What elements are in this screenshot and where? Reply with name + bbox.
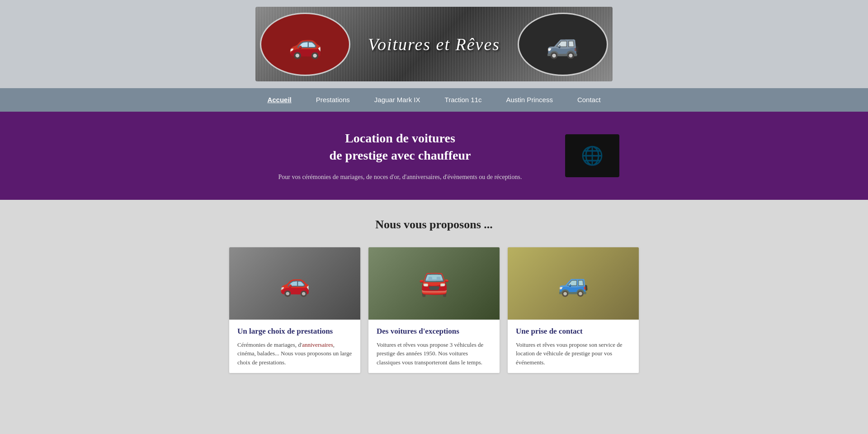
hero-text: Location de voituresde prestige avec cha… [249,130,552,182]
hero-content: Location de voituresde prestige avec cha… [231,130,637,182]
card-text-voitures: Voitures et rêves vous propose 3 véhicul… [377,340,491,367]
nav-link-austin[interactable]: Austin Princess [505,94,554,106]
hero-image-icon: 🌐 [581,145,604,166]
cards-container: 🚗 Un large choix de prestations Cérémoni… [140,247,728,373]
card-text-contact: Voitures et rêves vous propose son servi… [516,340,631,367]
nav-item-jaguar[interactable]: Jaguar Mark IX [373,96,421,104]
hero-image: 🌐 [565,134,619,177]
section-title: Nous vous proposons ... [0,218,868,231]
nav-link-contact[interactable]: Contact [576,94,602,106]
hero-section: Location de voituresde prestige avec cha… [0,112,868,200]
traction-icon: 🚗 [279,269,311,298]
hero-title: Location de voituresde prestige avec cha… [249,130,552,164]
nav-link-prestations[interactable]: Prestations [315,94,351,106]
card-image-jaguar: 🚘 [368,247,500,320]
hero-subtitle: Pour vos cérémonies de mariages, de noce… [249,172,552,182]
nav-item-austin[interactable]: Austin Princess [505,96,554,104]
card-title-prestations: Un large choix de prestations [237,327,352,336]
card-image-princess: 🚙 [508,247,639,320]
nav-item-accueil[interactable]: Accueil [266,96,292,104]
nav-link-jaguar[interactable]: Jaguar Mark IX [373,94,421,106]
nav-item-prestations[interactable]: Prestations [315,96,351,104]
header-car-right [518,13,608,76]
card-text-prestations: Cérémonies de mariages, d'anniversaires,… [237,340,352,367]
card-body-voitures: Des voitures d'exceptions Voitures et rê… [368,320,500,373]
header: Voitures et Rêves [0,0,868,88]
header-banner: Voitures et Rêves [255,7,613,81]
navigation: Accueil Prestations Jaguar Mark IX Tract… [0,88,868,112]
nav-link-traction[interactable]: Traction 11c [444,94,483,106]
card-title-contact: Une prise de contact [516,327,631,336]
nav-menu: Accueil Prestations Jaguar Mark IX Tract… [266,96,601,104]
card-image-traction: 🚗 [229,247,360,320]
card-body-prestations: Un large choix de prestations Cérémonies… [229,320,360,373]
main-content: Nous vous proposons ... 🚗 Un large choix… [0,200,868,382]
card-body-contact: Une prise de contact Voitures et rêves v… [508,320,639,373]
card-prestations: 🚗 Un large choix de prestations Cérémoni… [229,247,360,373]
princess-icon: 🚙 [558,269,589,298]
jaguar-icon: 🚘 [419,269,450,298]
card-contact: 🚙 Une prise de contact Voitures et rêves… [508,247,639,373]
site-title: Voitures et Rêves [368,34,500,54]
card-title-voitures: Des voitures d'exceptions [377,327,491,336]
card-voitures: 🚘 Des voitures d'exceptions Voitures et … [368,247,500,373]
link-anniversaires[interactable]: anniversaires [302,341,333,348]
nav-link-accueil[interactable]: Accueil [266,94,292,106]
nav-item-traction[interactable]: Traction 11c [444,96,483,104]
nav-item-contact[interactable]: Contact [576,96,602,104]
header-car-left [260,13,350,76]
